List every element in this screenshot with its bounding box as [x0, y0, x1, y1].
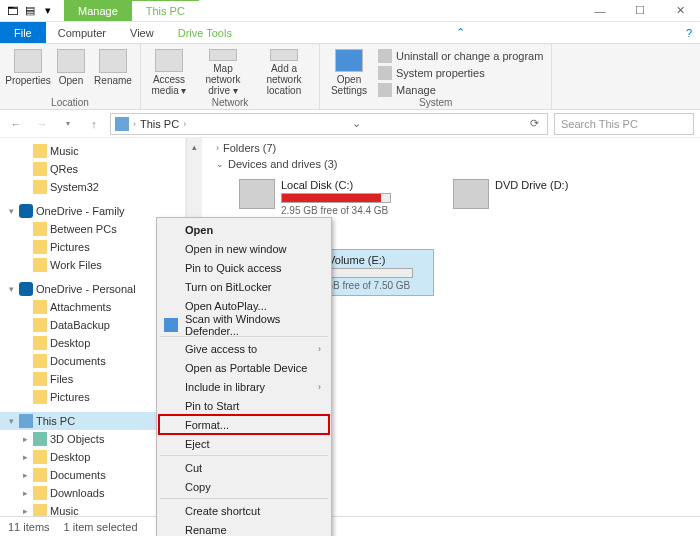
search-input[interactable]: Search This PC: [554, 113, 694, 135]
menu-item[interactable]: Open as Portable Device: [159, 358, 329, 377]
drive-item[interactable]: DVD Drive (D:): [448, 174, 648, 221]
tab-file[interactable]: File: [0, 22, 46, 43]
system-properties-button[interactable]: System properties: [376, 65, 545, 81]
ribbon-group-system: Open Settings Uninstall or change a prog…: [320, 44, 552, 109]
twisty-icon[interactable]: ▸: [20, 470, 30, 480]
folders-group-header[interactable]: › Folders (7): [216, 142, 692, 154]
refresh-icon[interactable]: ⟳: [526, 117, 543, 130]
qat-undo-icon[interactable]: ▾: [40, 3, 56, 19]
folders-group-label: Folders (7): [223, 142, 276, 154]
close-button[interactable]: ✕: [660, 0, 700, 22]
twisty-icon[interactable]: ▾: [6, 284, 16, 294]
twisty-icon[interactable]: ▾: [6, 416, 16, 426]
menu-item[interactable]: Pin to Quick access: [159, 258, 329, 277]
context-menu[interactable]: OpenOpen in new windowPin to Quick acces…: [156, 217, 332, 536]
menu-item[interactable]: Pin to Start: [159, 396, 329, 415]
up-button[interactable]: ↑: [84, 114, 104, 134]
navbar: ← → ▾ ↑ › This PC › ⌄ ⟳ Search This PC: [0, 110, 700, 138]
properties-button[interactable]: Properties: [6, 46, 50, 95]
tree-item[interactable]: Music: [0, 142, 185, 160]
tree-item-label: Desktop: [50, 337, 90, 349]
menu-item[interactable]: Open in new window: [159, 239, 329, 258]
folder-icon: [33, 144, 47, 158]
window-title: This PC: [132, 0, 199, 21]
history-chevron-icon[interactable]: ⌄: [348, 117, 365, 130]
uninstall-button[interactable]: Uninstall or change a program: [376, 48, 545, 64]
twisty-icon[interactable]: ▸: [20, 506, 30, 516]
access-media-button[interactable]: Access media ▾: [147, 46, 191, 96]
menu-item-label: Pin to Quick access: [185, 262, 282, 274]
menu-item[interactable]: Turn on BitLocker: [159, 277, 329, 296]
maximize-button[interactable]: ☐: [620, 0, 660, 22]
drive-title: Local Disk (C:): [281, 179, 429, 191]
folder-icon: [33, 354, 47, 368]
chevron-down-icon[interactable]: ⌄: [216, 159, 224, 169]
pc-icon: [19, 414, 33, 428]
menu-item[interactable]: Give access to›: [159, 339, 329, 358]
folder-icon: [33, 450, 47, 464]
menu-item-label: Include in library: [185, 381, 265, 393]
add-network-location-button[interactable]: Add a network location: [255, 46, 313, 96]
tree-item-label: Documents: [50, 355, 106, 367]
minimize-button[interactable]: —: [580, 0, 620, 22]
chevron-right-icon[interactable]: ›: [216, 143, 219, 153]
twisty-icon[interactable]: ▸: [20, 434, 30, 444]
pc-icon: [115, 117, 129, 131]
menu-item[interactable]: Cut: [159, 458, 329, 477]
chevron-icon[interactable]: ›: [183, 119, 186, 129]
ribbon-collapse-icon[interactable]: ⌃: [448, 22, 473, 43]
tree-item[interactable]: System32: [0, 178, 185, 196]
map-drive-icon: [209, 49, 237, 61]
menu-item[interactable]: Rename: [159, 520, 329, 536]
qat-properties-icon[interactable]: ▤: [22, 3, 38, 19]
tab-drive-tools[interactable]: Drive Tools: [166, 22, 244, 43]
group-label-system: System: [419, 96, 452, 109]
folder-icon: [33, 468, 47, 482]
menu-item[interactable]: Open: [159, 220, 329, 239]
twisty-icon[interactable]: ▾: [6, 206, 16, 216]
menu-item[interactable]: Include in library›: [159, 377, 329, 396]
onedrive-icon: [19, 282, 33, 296]
open-settings-button[interactable]: Open Settings: [326, 46, 372, 96]
ribbon-group-location: Properties Open Rename Location: [0, 44, 141, 109]
open-button[interactable]: Open: [54, 46, 88, 95]
menu-item[interactable]: Create shortcut: [159, 501, 329, 520]
tree-item-label: Documents: [50, 469, 106, 481]
context-tabs: Manage This PC: [64, 0, 199, 21]
chevron-icon[interactable]: ›: [133, 119, 136, 129]
ribbon-tabs: File Computer View Drive Tools ⌃ ?: [0, 22, 700, 44]
tab-computer[interactable]: Computer: [46, 22, 118, 43]
twisty-icon[interactable]: ▸: [20, 488, 30, 498]
menu-item[interactable]: Format...: [159, 415, 329, 434]
menu-item-label: Open as Portable Device: [185, 362, 307, 374]
tree-item-label: OneDrive - Personal: [36, 283, 136, 295]
folder-icon: [33, 162, 47, 176]
help-icon[interactable]: ?: [678, 22, 700, 43]
rename-button[interactable]: Rename: [92, 46, 134, 95]
status-selection-count: 1 item selected: [64, 521, 138, 533]
twisty-icon[interactable]: ▸: [20, 452, 30, 462]
tree-item-label: Pictures: [50, 391, 90, 403]
address-bar[interactable]: › This PC › ⌄ ⟳: [110, 113, 548, 135]
menu-item[interactable]: Copy: [159, 477, 329, 496]
menu-item[interactable]: Scan with Windows Defender...: [159, 315, 329, 334]
breadcrumb[interactable]: This PC: [140, 118, 179, 130]
tree-item[interactable]: QRes: [0, 160, 185, 178]
drive-title: DVD Drive (D:): [495, 179, 643, 191]
tab-view[interactable]: View: [118, 22, 166, 43]
recent-button[interactable]: ▾: [58, 114, 78, 134]
devices-group-header[interactable]: ⌄ Devices and drives (3): [216, 158, 692, 170]
manage-button[interactable]: Manage: [376, 82, 545, 98]
back-button[interactable]: ←: [6, 114, 26, 134]
forward-button[interactable]: →: [32, 114, 52, 134]
menu-item[interactable]: Eject: [159, 434, 329, 453]
context-tab-manage[interactable]: Manage: [64, 0, 132, 21]
drive-item[interactable]: Local Disk (C:)2.95 GB free of 34.4 GB: [234, 174, 434, 221]
folder-icon: [33, 318, 47, 332]
defender-icon: [164, 318, 178, 332]
tree-item-label: System32: [50, 181, 99, 193]
status-item-count: 11 items: [8, 521, 50, 533]
menu-item-label: Rename: [185, 524, 227, 536]
map-drive-button[interactable]: Map network drive ▾: [195, 46, 251, 96]
add-location-icon: [270, 49, 298, 61]
